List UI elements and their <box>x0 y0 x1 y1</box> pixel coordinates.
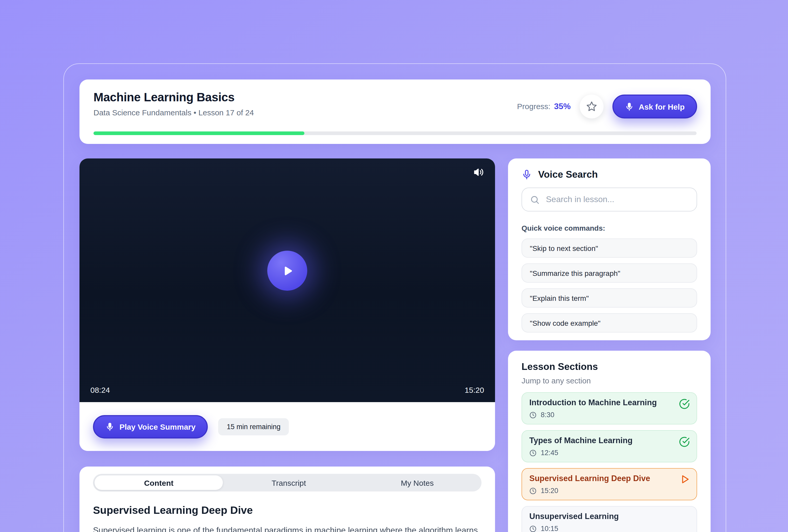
section-item-types[interactable]: Types of Machine Learning 12:45 <box>521 430 697 462</box>
voice-command-show-code[interactable]: "Show code example" <box>521 313 697 333</box>
ask-for-help-button[interactable]: Ask for Help <box>612 95 697 118</box>
video-total-time: 15:20 <box>465 386 484 394</box>
voice-command-summarize[interactable]: "Summarize this paragraph" <box>521 263 697 283</box>
play-voice-summary-label: Play Voice Summary <box>119 422 196 431</box>
voice-search-card: Voice Search Quick voice commands: "Skip… <box>508 158 711 340</box>
section-duration: 12:45 <box>541 449 558 457</box>
clock-icon <box>529 411 537 418</box>
play-button[interactable] <box>267 251 307 291</box>
play-voice-summary-button[interactable]: Play Voice Summary <box>93 415 208 438</box>
content-tabs: Content Transcript My Notes <box>93 474 481 491</box>
section-title: Types of Machine Learning <box>529 436 689 445</box>
lesson-progress-bar <box>94 132 696 135</box>
section-duration: 8:30 <box>541 411 554 419</box>
section-item-supervised[interactable]: Supervised Learning Deep Dive 15:20 <box>521 468 697 500</box>
progress-value: 35% <box>554 102 571 111</box>
play-outline-icon <box>680 474 690 484</box>
tab-my-notes[interactable]: My Notes <box>353 474 481 491</box>
quick-commands-list: "Skip to next section" "Summarize this p… <box>521 238 697 333</box>
section-list: Introduction to Machine Learning 8:30 Ty… <box>521 392 697 532</box>
video-screen: 08:24 15:20 <box>79 158 495 402</box>
tab-content[interactable]: Content <box>95 475 223 490</box>
page-background: Machine Learning Basics Data Science Fun… <box>0 0 788 532</box>
section-title: Supervised Learning Deep Dive <box>529 474 689 483</box>
voice-search-title: Voice Search <box>538 169 598 180</box>
progress-label: Progress: <box>517 102 550 111</box>
clock-icon <box>529 449 537 456</box>
section-duration: 10:15 <box>541 525 558 532</box>
section-item-introduction[interactable]: Introduction to Machine Learning 8:30 <box>521 392 697 425</box>
voice-command-explain[interactable]: "Explain this term" <box>521 288 697 308</box>
voice-command-skip[interactable]: "Skip to next section" <box>521 238 697 258</box>
section-title: Introduction to Machine Learning <box>529 398 689 407</box>
video-player-card: 08:24 15:20 Play Voice Summary 15 min re… <box>79 158 495 451</box>
tab-transcript[interactable]: Transcript <box>225 474 353 491</box>
lesson-header-card: Machine Learning Basics Data Science Fun… <box>79 79 711 144</box>
progress-fill <box>94 132 305 135</box>
lesson-content-card: Content Transcript My Notes Supervised L… <box>79 467 495 532</box>
lesson-sections-subtitle: Jump to any section <box>521 376 697 385</box>
mic-icon <box>521 170 532 180</box>
time-remaining-badge: 15 min remaining <box>218 418 289 435</box>
content-heading: Supervised Learning Deep Dive <box>93 504 481 516</box>
search-icon <box>530 195 540 204</box>
lesson-breadcrumb: Data Science Fundamentals • Lesson 17 of… <box>94 108 254 117</box>
check-circle-icon <box>679 436 690 447</box>
video-footer: Play Voice Summary 15 min remaining <box>79 402 495 451</box>
lesson-header-text: Machine Learning Basics Data Science Fun… <box>94 91 254 117</box>
content-paragraph: Supervised learning is one of the fundam… <box>93 523 481 532</box>
lesson-sections-title: Lesson Sections <box>521 361 697 373</box>
video-current-time: 08:24 <box>91 386 110 394</box>
page-title: Machine Learning Basics <box>94 91 254 104</box>
mic-icon <box>105 422 114 431</box>
quick-commands-label: Quick voice commands: <box>521 224 697 232</box>
section-title: Unsupervised Learning <box>529 512 689 521</box>
favorite-button[interactable] <box>579 95 603 118</box>
mic-icon <box>625 102 633 111</box>
speaker-icon <box>473 167 484 178</box>
clock-icon <box>529 525 537 532</box>
ask-for-help-label: Ask for Help <box>639 102 685 111</box>
search-input[interactable] <box>546 195 689 204</box>
progress-text: Progress: 35% <box>517 102 571 111</box>
clock-icon <box>529 487 537 494</box>
search-box <box>521 188 697 212</box>
volume-button[interactable] <box>473 167 484 178</box>
section-duration: 15:20 <box>541 487 558 495</box>
star-icon <box>586 101 597 112</box>
check-circle-icon <box>679 398 690 409</box>
play-icon <box>279 263 295 278</box>
section-item-unsupervised[interactable]: Unsupervised Learning 10:15 <box>521 506 697 532</box>
lesson-sections-card: Lesson Sections Jump to any section Intr… <box>508 351 711 532</box>
